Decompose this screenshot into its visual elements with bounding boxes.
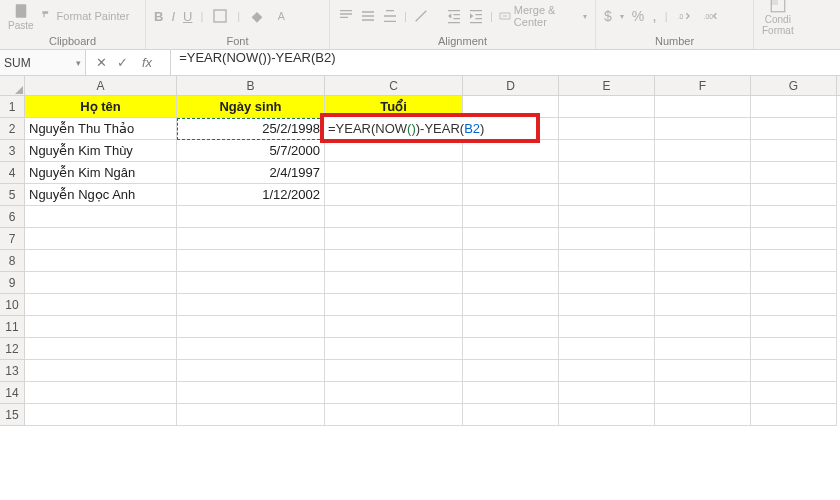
cell[interactable]: [463, 250, 559, 272]
cell[interactable]: [463, 184, 559, 206]
cell[interactable]: 25/2/1998: [177, 118, 325, 140]
cell[interactable]: [463, 206, 559, 228]
cell[interactable]: [463, 272, 559, 294]
cell[interactable]: [751, 272, 837, 294]
cell[interactable]: [325, 140, 463, 162]
row-header[interactable]: 1: [0, 96, 25, 118]
format-painter-button[interactable]: Format Painter: [40, 9, 130, 23]
col-header-e[interactable]: E: [559, 76, 655, 95]
cell[interactable]: [25, 272, 177, 294]
cell[interactable]: 5/7/2000: [177, 140, 325, 162]
cell[interactable]: [751, 250, 837, 272]
cell[interactable]: [559, 184, 655, 206]
bold-button[interactable]: B: [154, 9, 163, 24]
cell[interactable]: [25, 206, 177, 228]
cell[interactable]: [25, 316, 177, 338]
cell[interactable]: [463, 404, 559, 426]
orientation-icon[interactable]: [413, 7, 429, 25]
chevron-down-icon[interactable]: ▾: [76, 58, 81, 68]
cell[interactable]: [751, 96, 837, 118]
accept-formula-button[interactable]: ✓: [117, 55, 128, 70]
cell[interactable]: [559, 118, 655, 140]
cell[interactable]: [559, 404, 655, 426]
row-header[interactable]: 2: [0, 118, 25, 140]
cell[interactable]: Họ tên: [25, 96, 177, 118]
cell[interactable]: Nguyễn Kim Thùy: [25, 140, 177, 162]
row-header[interactable]: 15: [0, 404, 25, 426]
cell[interactable]: [463, 382, 559, 404]
cell[interactable]: [463, 316, 559, 338]
cell[interactable]: Nguyễn Kim Ngân: [25, 162, 177, 184]
col-header-a[interactable]: A: [25, 76, 177, 95]
cell[interactable]: [325, 206, 463, 228]
row-header[interactable]: 6: [0, 206, 25, 228]
cell[interactable]: [559, 140, 655, 162]
align-top-icon[interactable]: [338, 7, 354, 25]
cell[interactable]: [559, 162, 655, 184]
cell[interactable]: [751, 338, 837, 360]
cell[interactable]: [177, 382, 325, 404]
cell[interactable]: [751, 404, 837, 426]
row-header[interactable]: 10: [0, 294, 25, 316]
cell[interactable]: [655, 294, 751, 316]
cell[interactable]: [25, 228, 177, 250]
cell[interactable]: [325, 404, 463, 426]
cell[interactable]: Nguyễn Ngọc Anh: [25, 184, 177, 206]
cell[interactable]: [325, 360, 463, 382]
cell[interactable]: [177, 294, 325, 316]
cell[interactable]: 1/12/2002: [177, 184, 325, 206]
cell[interactable]: [559, 272, 655, 294]
cell[interactable]: [751, 140, 837, 162]
cell[interactable]: [751, 228, 837, 250]
increase-decimal-icon[interactable]: .0: [676, 7, 694, 25]
cell[interactable]: [463, 140, 559, 162]
cell[interactable]: [559, 360, 655, 382]
cell[interactable]: [559, 382, 655, 404]
name-box[interactable]: SUM ▾: [0, 50, 86, 75]
cell[interactable]: [655, 338, 751, 360]
cell[interactable]: [325, 382, 463, 404]
row-header[interactable]: 8: [0, 250, 25, 272]
cell[interactable]: [325, 250, 463, 272]
cell[interactable]: [25, 360, 177, 382]
cell[interactable]: [463, 294, 559, 316]
active-cell-editor[interactable]: =YEAR(NOW())-YEAR(B2): [321, 114, 539, 142]
cell[interactable]: [177, 338, 325, 360]
conditional-format-button[interactable]: Condi Format: [762, 0, 794, 36]
row-header[interactable]: 4: [0, 162, 25, 184]
cell[interactable]: Ngày sinh: [177, 96, 325, 118]
cell[interactable]: [751, 162, 837, 184]
cell[interactable]: [325, 184, 463, 206]
row-header[interactable]: 14: [0, 382, 25, 404]
cell[interactable]: [655, 404, 751, 426]
row-header[interactable]: 11: [0, 316, 25, 338]
cell[interactable]: [559, 206, 655, 228]
cell[interactable]: [751, 184, 837, 206]
cell[interactable]: [325, 228, 463, 250]
cell[interactable]: [177, 250, 325, 272]
cell[interactable]: [655, 316, 751, 338]
cell[interactable]: [25, 294, 177, 316]
cell[interactable]: [177, 272, 325, 294]
cell[interactable]: [463, 338, 559, 360]
underline-button[interactable]: U: [183, 9, 192, 24]
cell[interactable]: [655, 228, 751, 250]
percent-button[interactable]: %: [632, 8, 644, 24]
cell[interactable]: [463, 162, 559, 184]
cell[interactable]: [751, 316, 837, 338]
italic-button[interactable]: I: [171, 9, 175, 24]
row-header[interactable]: 9: [0, 272, 25, 294]
comma-button[interactable]: ,: [652, 7, 656, 25]
row-header[interactable]: 12: [0, 338, 25, 360]
cell[interactable]: [325, 272, 463, 294]
currency-button[interactable]: $: [604, 8, 612, 24]
cell[interactable]: Nguyễn Thu Thảo: [25, 118, 177, 140]
col-header-f[interactable]: F: [655, 76, 751, 95]
cell[interactable]: [463, 360, 559, 382]
cell[interactable]: [25, 382, 177, 404]
border-button[interactable]: [211, 7, 229, 25]
cell[interactable]: [177, 360, 325, 382]
cell[interactable]: [559, 316, 655, 338]
cell[interactable]: [325, 316, 463, 338]
cell[interactable]: [559, 228, 655, 250]
